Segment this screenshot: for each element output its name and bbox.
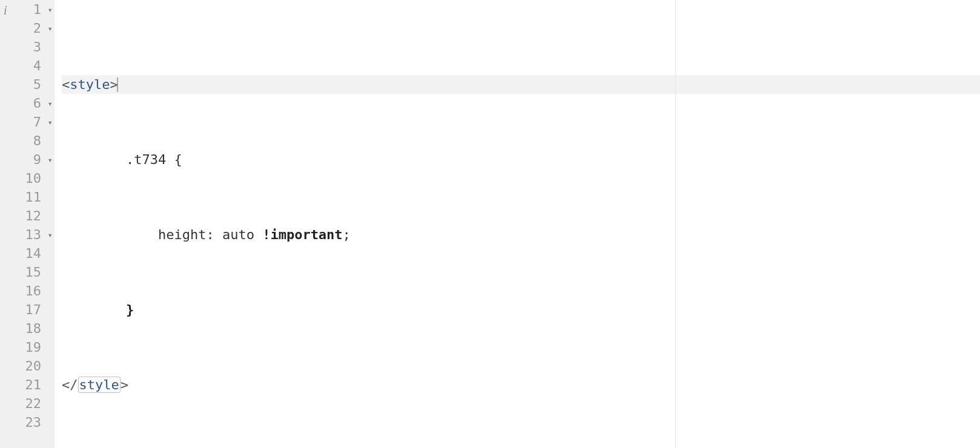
tag-close: >	[121, 377, 128, 392]
keyword: !important	[262, 227, 342, 242]
text-cursor	[117, 77, 118, 92]
gutter: i 1234567891011121314151617181920212223	[0, 0, 55, 448]
gutter-line-number[interactable]: 12	[0, 206, 55, 225]
gutter-line-number[interactable]: 19	[0, 338, 55, 357]
gutter-line-number[interactable]: 4	[0, 56, 55, 75]
code-text: :	[206, 227, 214, 242]
tag-open: </	[62, 377, 78, 392]
gutter-line-number[interactable]: 17	[0, 300, 55, 319]
code-area[interactable]: <style> .t734 { height: auto !important;…	[55, 0, 980, 448]
gutter-line-number[interactable]: 11	[0, 188, 55, 206]
code-line[interactable]: <style>	[62, 75, 980, 94]
code-text: auto	[214, 227, 262, 242]
tag-open: <	[62, 77, 70, 92]
gutter-line-number[interactable]: 23	[0, 413, 55, 432]
code-editor[interactable]: i 1234567891011121314151617181920212223 …	[0, 0, 980, 448]
gutter-line-number[interactable]: 2	[0, 19, 55, 38]
gutter-line-number[interactable]: 3	[0, 38, 55, 56]
gutter-line-number[interactable]: 1	[0, 0, 55, 19]
gutter-line-number[interactable]: 6	[0, 94, 55, 113]
code-text: }	[62, 302, 134, 317]
gutter-line-number[interactable]: 8	[0, 131, 55, 150]
gutter-line-number[interactable]: 21	[0, 375, 55, 394]
code-line[interactable]: height: auto !important;	[62, 225, 980, 244]
matching-tag: style	[78, 377, 121, 393]
code-line[interactable]: }	[62, 300, 980, 319]
gutter-line-number[interactable]: 16	[0, 282, 55, 300]
gutter-line-number[interactable]: 9	[0, 150, 55, 169]
code-text: .t734 {	[62, 152, 182, 167]
tag-name: style	[70, 77, 110, 92]
gutter-line-number[interactable]: 13	[0, 225, 55, 244]
code-text: ;	[343, 227, 351, 242]
code-text: height	[62, 227, 206, 242]
print-margin	[675, 0, 676, 448]
gutter-line-number[interactable]: 10	[0, 169, 55, 188]
gutter-line-number[interactable]: 15	[0, 263, 55, 282]
gutter-line-number[interactable]: 22	[0, 394, 55, 413]
code-line[interactable]: .t734 {	[62, 150, 980, 169]
gutter-line-number[interactable]: 14	[0, 244, 55, 263]
code-line[interactable]: </style>	[62, 375, 980, 394]
gutter-line-number[interactable]: 18	[0, 319, 55, 338]
gutter-line-number[interactable]: 7	[0, 113, 55, 131]
gutter-line-number[interactable]: 5	[0, 75, 55, 94]
gutter-line-number[interactable]: 20	[0, 357, 55, 375]
